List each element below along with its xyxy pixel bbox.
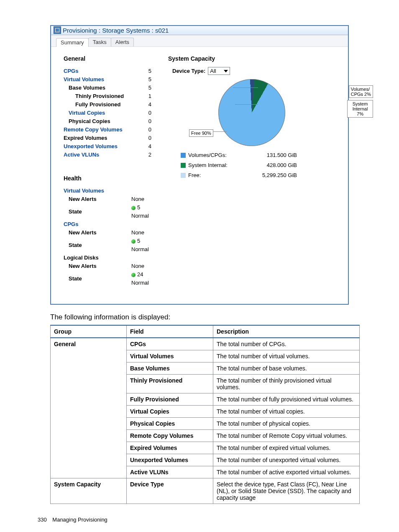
general-row[interactable]: CPGs5 [64, 67, 151, 75]
device-type-select[interactable]: All [208, 67, 230, 75]
leader-line [233, 87, 258, 88]
legend-value: 131.500 GiB [247, 150, 297, 160]
device-type-value: All [210, 68, 216, 74]
cell-group [51, 454, 127, 466]
legend-row: Volumes/CPGs:131.500 GiB [181, 150, 335, 160]
general-value: 0 [139, 134, 151, 142]
health-section: Health Virtual VolumesNew AlertsNoneStat… [64, 175, 151, 287]
general-heading: General [64, 55, 151, 62]
health-label: State [64, 275, 131, 283]
app-window: Provisioning : Storage Systems : s021 Su… [50, 25, 349, 305]
general-row[interactable]: Remote Copy Volumes0 [64, 126, 151, 134]
general-value: 5 [139, 84, 151, 92]
health-new-alerts-row: New AlertsNone [64, 229, 151, 237]
legend-value: 428.000 GiB [247, 160, 297, 170]
cell-group [51, 430, 127, 442]
general-value: 5 [139, 67, 151, 75]
health-group-title[interactable]: Virtual Volumes [64, 187, 151, 195]
cell-description: The total number of virtual volumes. [213, 350, 360, 362]
legend-row: System Internal:428.000 GiB [181, 160, 335, 170]
general-label: Active VLUNs [64, 151, 139, 159]
general-label: Virtual Volumes [64, 75, 139, 84]
cell-description: The total number of active exported virt… [213, 466, 360, 478]
health-new-alerts-row: New AlertsNone [64, 262, 151, 270]
general-row[interactable]: Virtual Copies0 [64, 109, 151, 117]
tab-strip: Summary Tasks Alerts [51, 35, 348, 47]
legend-label: Free: [188, 170, 247, 180]
table-row: GeneralCPGsThe total number of CPGs. [51, 338, 360, 350]
table-row: Thinly ProvisionedThe total number of th… [51, 375, 360, 393]
window-title: Provisioning : Storage Systems : s021 [63, 27, 169, 34]
general-value: 5 [139, 75, 151, 84]
general-value: 0 [139, 117, 151, 126]
health-state-row: State5 Normal [64, 237, 151, 254]
general-value: 4 [139, 142, 151, 151]
health-heading: Health [64, 175, 151, 182]
cell-field: Virtual Copies [127, 406, 213, 418]
summary-panel: General CPGs5Virtual Volumes5Base Volume… [51, 47, 348, 304]
callout-volumes-cpgs: Volumes/ CPGs 2% [349, 85, 373, 98]
cell-group [51, 393, 127, 406]
health-label: New Alerts [64, 229, 131, 237]
general-label: Remote Copy Volumes [64, 126, 139, 134]
general-value: 0 [139, 126, 151, 134]
general-label: Fully Provisioned [64, 100, 139, 109]
health-group-title[interactable]: CPGs [64, 220, 151, 229]
tab-tasks[interactable]: Tasks [88, 38, 111, 46]
cell-field: Thinly Provisioned [127, 375, 213, 393]
table-header-row: Group Field Description [51, 325, 360, 338]
table-row: Virtual VolumesThe total number of virtu… [51, 350, 360, 362]
general-row: Physical Copies0 [64, 117, 151, 126]
general-label: Expired Volumes [64, 134, 139, 142]
capacity-column: System Capacity Device Type: All Free 90… [168, 55, 335, 287]
tab-summary[interactable]: Summary [56, 38, 89, 47]
description-table: Group Field Description GeneralCPGsThe t… [50, 325, 360, 504]
health-value: None [131, 195, 144, 203]
device-type-label: Device Type: [172, 68, 205, 74]
doc-intro-text: The following information is displayed: [50, 313, 349, 321]
general-row: Base Volumes5 [64, 84, 151, 92]
cell-field: Remote Copy Volumes [127, 430, 213, 442]
cell-description: The total number of virtual copies. [213, 406, 360, 418]
callout-system-internal: System Internal 7% [347, 100, 373, 118]
tab-alerts[interactable]: Alerts [111, 38, 134, 46]
page-footer: 330 Managing Provisioning [38, 517, 399, 523]
health-group-label: CPGs [64, 220, 151, 229]
legend-swatch [181, 163, 186, 168]
cell-description: Select the device type, Fast Class (FC),… [213, 478, 360, 504]
general-row: Thinly Provisioned1 [64, 92, 151, 100]
health-value: 5 Normal [131, 203, 151, 220]
capacity-heading: System Capacity [168, 55, 335, 62]
cell-group [51, 418, 127, 430]
general-label: Unexported Volumes [64, 142, 139, 151]
table-row: Base VolumesThe total number of base vol… [51, 362, 360, 375]
table-row: Virtual CopiesThe total number of virtua… [51, 406, 360, 418]
cell-description: The total number of expired virtual volu… [213, 442, 360, 454]
capacity-legend: Volumes/CPGs:131.500 GiBSystem Internal:… [181, 150, 335, 180]
cell-field: CPGs [127, 338, 213, 350]
general-row[interactable]: Virtual Volumes5 [64, 75, 151, 84]
table-row: Unexported VolumesThe total number of un… [51, 454, 360, 466]
cell-field: Physical Copies [127, 418, 213, 430]
legend-swatch [181, 153, 186, 158]
header-description: Description [213, 325, 360, 338]
status-ok-icon [131, 206, 136, 210]
footer-section: Managing Provisioning [52, 517, 107, 523]
legend-value: 5,299.250 GiB [247, 170, 297, 180]
general-value: 4 [139, 100, 151, 109]
general-value: 1 [139, 92, 151, 100]
table-row: System CapacityDevice TypeSelect the dev… [51, 478, 360, 504]
cell-field: Active VLUNs [127, 466, 213, 478]
general-row[interactable]: Active VLUNs2 [64, 151, 151, 159]
page: Provisioning : Storage Systems : s021 Su… [0, 25, 399, 531]
table-row: Active VLUNsThe total number of active e… [51, 466, 360, 478]
health-state-row: State5 Normal [64, 203, 151, 220]
general-label: Physical Copies [64, 117, 139, 126]
general-row[interactable]: Unexported Volumes4 [64, 142, 151, 151]
cell-description: The total number of unexported virtual v… [213, 454, 360, 466]
cell-description: The total number of Remote Copy virtual … [213, 430, 360, 442]
health-label: State [64, 208, 131, 216]
leader-line [235, 104, 258, 105]
general-label: Base Volumes [64, 84, 139, 92]
cell-group [51, 362, 127, 375]
